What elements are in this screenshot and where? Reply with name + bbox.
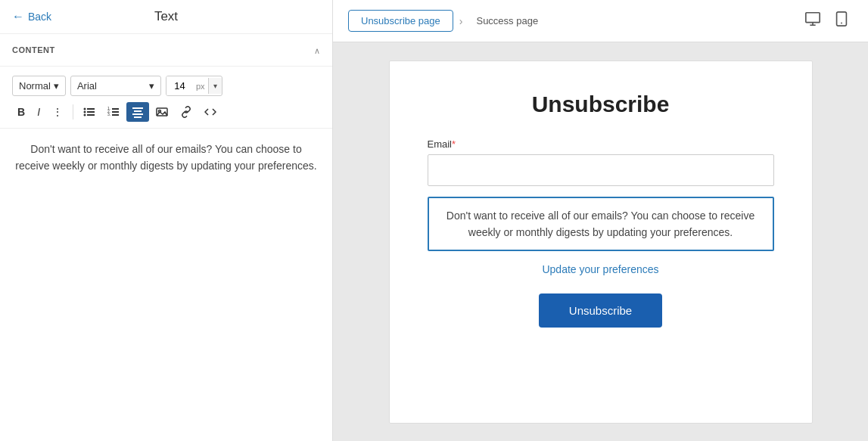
text-content-box: Don't want to receive all of our emails?… [428,197,774,252]
view-icons [801,8,853,34]
svg-rect-18 [806,13,820,23]
top-bar: ← Back Text [0,0,332,34]
email-label-text: Email [428,138,453,150]
bold-button[interactable]: B [12,102,30,122]
text-content-body: Don't want to receive all of our emails?… [446,210,754,238]
svg-rect-11 [112,114,119,116]
font-select[interactable]: Arial [70,76,161,96]
unsubscribe-button[interactable]: Unsubscribe [539,293,662,328]
email-card: Unsubscribe Email* Don't want to receive… [389,61,813,424]
bullet-list-button[interactable] [78,102,101,122]
font-dropdown-icon [149,80,154,92]
content-section: CONTENT Normal Arial px ▾ [0,34,332,441]
svg-rect-9 [112,111,119,113]
chevron-up-icon [314,43,320,56]
svg-rect-5 [87,114,95,116]
email-input-box [428,154,774,186]
toolbar-area: Normal Arial px ▾ B I ⋮ [0,67,332,129]
preview-area: Unsubscribe Email* Don't want to receive… [333,42,868,441]
font-size-group: px ▾ [166,76,222,96]
svg-rect-12 [132,107,143,109]
content-label: CONTENT [12,45,55,54]
font-value: Arial [77,80,97,92]
toolbar-row2: B I ⋮ 1.2.3. [12,102,320,122]
toolbar-separator-1 [73,104,73,120]
panel-title: Text [154,9,178,24]
svg-rect-3 [87,111,95,113]
svg-point-2 [84,111,86,113]
font-size-unit: px [193,78,208,95]
email-field-label: Email* [428,138,774,150]
mobile-view-button[interactable] [830,8,853,34]
style-value: Normal [19,80,51,92]
page-nav: Unsubscribe page › Success page [348,10,546,32]
more-options-button[interactable]: ⋮ [47,102,68,122]
link-button[interactable] [175,102,198,122]
svg-rect-13 [134,110,142,112]
svg-text:3.: 3. [107,112,110,116]
back-label: Back [28,11,51,23]
style-dropdown-icon [54,80,59,92]
email-preview-title: Unsubscribe [532,92,670,117]
svg-rect-7 [112,108,119,110]
right-panel: Unsubscribe page › Success page Unsubscr… [333,0,868,441]
required-star: * [452,138,456,150]
collapse-button[interactable] [314,43,320,57]
style-select[interactable]: Normal [12,76,66,96]
back-button[interactable]: ← Back [12,10,51,23]
content-header: CONTENT [0,34,332,67]
svg-rect-1 [87,108,95,110]
svg-point-4 [84,114,86,116]
font-size-input[interactable] [166,76,193,95]
right-top-bar: Unsubscribe page › Success page [333,0,868,42]
desktop-view-button[interactable] [801,8,824,34]
image-button[interactable] [151,102,173,122]
editor-body-text: Don't want to receive all of our emails?… [15,143,316,172]
align-center-button[interactable] [126,102,149,122]
back-arrow-icon: ← [12,10,24,23]
success-page-button[interactable]: Success page [468,11,546,31]
svg-point-0 [84,108,86,110]
email-field-group: Email* [428,138,774,186]
toolbar-row1: Normal Arial px ▾ [12,76,320,96]
page-nav-chevron-icon: › [459,15,463,27]
left-panel: ← Back Text CONTENT Normal Arial [0,0,333,441]
unsubscribe-page-button[interactable]: Unsubscribe page [348,10,453,32]
italic-button[interactable]: I [32,102,45,122]
editor-text-area[interactable]: Don't want to receive all of our emails?… [0,129,332,187]
svg-rect-14 [132,113,143,115]
ordered-list-button[interactable]: 1.2.3. [102,102,125,122]
preferences-link[interactable]: Update your preferences [542,263,658,275]
font-size-arrow-icon[interactable]: ▾ [208,78,222,94]
svg-rect-15 [134,116,142,118]
code-button[interactable] [199,102,222,122]
